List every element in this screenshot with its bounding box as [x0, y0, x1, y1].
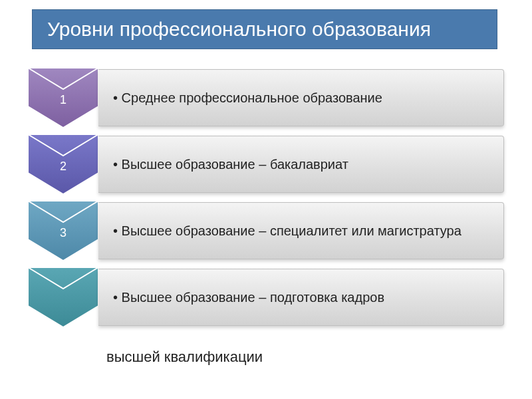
level-box: • Среднее профессиональное образование	[98, 69, 504, 126]
levels-list: 1 • Среднее профессиональное образование	[27, 66, 505, 332]
level-box: • Высшее образование – бакалавриат	[98, 136, 504, 193]
page-title: Уровни профессионального образования	[32, 9, 497, 49]
level-text: • Высшее образование – подготовка кадров	[113, 289, 384, 306]
list-item: 2 • Высшее образование – бакалавриат	[27, 133, 505, 200]
list-item: • Высшее образование – подготовка кадров	[27, 266, 505, 332]
level-text: • Среднее профессиональное образование	[113, 89, 382, 106]
chevron-number: 1	[27, 66, 100, 130]
level-text: • Высшее образование – специалитет или м…	[113, 222, 462, 239]
level-box: • Высшее образование – подготовка кадров	[98, 269, 504, 326]
footer-text: высшей квалификации	[106, 348, 263, 366]
slide: Уровни профессионального образования 1	[0, 0, 532, 399]
chevron-number: 3	[27, 200, 100, 263]
list-item: 1 • Среднее профессиональное образование	[27, 66, 505, 133]
level-text: • Высшее образование – бакалавриат	[113, 156, 348, 173]
list-item: 3 • Высшее образование – специалитет или…	[27, 200, 505, 266]
chevron-number	[27, 266, 100, 329]
level-box: • Высшее образование – специалитет или м…	[98, 202, 504, 259]
chevron-number: 2	[27, 133, 100, 196]
